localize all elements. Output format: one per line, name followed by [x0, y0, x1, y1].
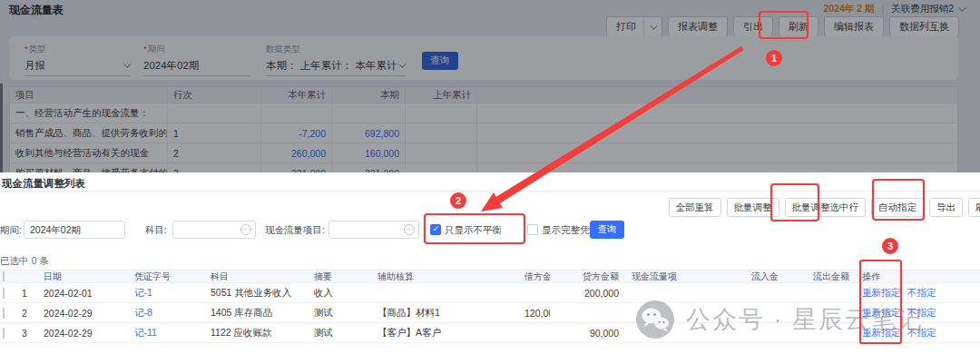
batch-adjust-button[interactable]: 批量调整: [727, 198, 779, 217]
only-unbalanced-checkbox[interactable]: [430, 224, 441, 235]
voucher-link[interactable]: 记-8: [127, 307, 196, 320]
unassign-link[interactable]: 不指定: [907, 307, 936, 318]
adjust-table: 日期 凭证字号 科目 摘要 辅助核算 借方金额 贷方金额 现金流量项 流入金额 …: [0, 270, 980, 343]
lookup-icon[interactable]: ⋯: [404, 224, 415, 235]
panel-toolbar: 全部重算 批量调整 批量调整选中行 自动指定 导出 刷新: [669, 198, 980, 217]
panel-title: 现金流量调整列表: [2, 177, 85, 191]
auto-assign-button[interactable]: 自动指定: [871, 198, 924, 217]
reassign-link[interactable]: 重新指定: [862, 287, 900, 298]
period-filter-label: 期间:: [0, 224, 22, 237]
table-row: 2 2024-02-29 记-8 1405 库存商品 测试 【商品】材料1 12…: [0, 303, 980, 323]
reassign-link[interactable]: 重新指定: [862, 307, 900, 318]
export-button[interactable]: 导出: [929, 198, 963, 217]
table-row: 1 2024-02-01 记-1 5051 其他业务收入 收入 200,000 …: [0, 283, 980, 303]
selected-count: 0: [32, 255, 37, 266]
unassign-link[interactable]: 不指定: [907, 287, 936, 298]
recalc-all-button[interactable]: 全部重算: [669, 198, 721, 217]
subject-filter-label: 科目:: [145, 224, 167, 237]
batch-adjust-selected-button[interactable]: 批量调整选中行: [785, 198, 867, 217]
filter-bar: 期间: 2024年02期 科目: ⋯ 现金流量项目: ⋯ 只显示不平衡 显示完整…: [0, 221, 980, 239]
voucher-link[interactable]: 记-11: [127, 327, 196, 339]
divider: [0, 191, 980, 192]
cashflow-filter-label: 现金流量项目:: [265, 224, 325, 237]
refresh-button-panel[interactable]: 刷新: [968, 198, 980, 217]
row-checkbox[interactable]: [3, 328, 5, 339]
subject-filter-input[interactable]: ⋯: [172, 221, 256, 239]
modal-dim-overlay: [0, 0, 980, 172]
only-unbalanced-label[interactable]: 只显示不平衡: [445, 224, 502, 237]
reassign-link[interactable]: 重新指定: [862, 327, 900, 338]
app-screen: 现金流量表 2024年 2 期 | 关联费用报销2 打印 报表调整 引出 刷新 …: [0, 0, 980, 364]
cashflow-filter-input[interactable]: ⋯: [328, 221, 419, 239]
query-button-panel[interactable]: 查询: [590, 221, 624, 239]
voucher-link[interactable]: 记-1: [127, 287, 196, 300]
lookup-icon[interactable]: ⋯: [240, 224, 251, 235]
show-full-voucher-checkbox[interactable]: [527, 224, 538, 235]
unassign-link[interactable]: 不指定: [907, 327, 936, 338]
table-row: 3 2024-02-29 记-11 1122 应收账款 测试 【客户】A客户 9…: [0, 323, 980, 343]
cash-flow-adjust-panel: 现金流量调整列表 全部重算 批量调整 批量调整选中行 自动指定 导出 刷新 期间…: [0, 172, 980, 364]
row-checkbox[interactable]: [3, 308, 5, 319]
row-checkbox[interactable]: [3, 288, 5, 299]
adjust-table-header: 日期 凭证字号 科目 摘要 辅助核算 借方金额 贷方金额 现金流量项 流入金额 …: [0, 270, 980, 283]
period-filter-input[interactable]: 2024年02期: [24, 221, 125, 239]
selected-count-info: 已选中0条: [0, 255, 49, 268]
select-all-checkbox[interactable]: [3, 271, 5, 281]
